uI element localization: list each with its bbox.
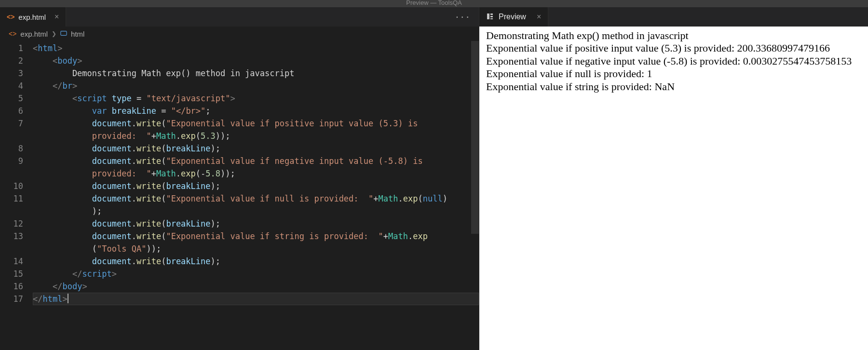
preview-content: Demonstrating Math exp() method in javas… xyxy=(479,27,868,350)
line-number-gutter: 1234567.89.1011.1213.14151617 xyxy=(0,41,33,350)
code-line[interactable]: Demonstrating Math exp() method in javas… xyxy=(33,67,479,80)
code-line[interactable]: </html> xyxy=(33,293,479,305)
main-split: <> exp.html × ··· <> exp.html ❯ html 123… xyxy=(0,7,868,350)
html-element-icon xyxy=(60,30,67,38)
svg-rect-2 xyxy=(490,13,493,15)
preview-line: Exponential value if negative input valu… xyxy=(486,55,861,67)
code-line[interactable]: </script> xyxy=(33,268,479,280)
html-file-icon: <> xyxy=(7,13,14,21)
code-line[interactable]: document.write(breakLine); xyxy=(33,180,479,192)
preview-line: Demonstrating Math exp() method in javas… xyxy=(486,29,861,42)
code-line[interactable]: document.write("Exponential value if neg… xyxy=(33,155,479,167)
preview-tab-label: Preview xyxy=(499,13,526,21)
preview-pane: Preview × Demonstrating Math exp() metho… xyxy=(479,7,868,350)
close-icon[interactable]: × xyxy=(50,13,59,21)
code-line[interactable]: provided: "+Math.exp(-5.8)); xyxy=(33,167,479,180)
breadcrumb[interactable]: <> exp.html ❯ html xyxy=(0,27,479,41)
code-line[interactable]: <html> xyxy=(33,42,479,54)
breadcrumb-file: exp.html xyxy=(20,30,48,38)
tab-exp-html[interactable]: <> exp.html × xyxy=(0,7,66,27)
code-line[interactable]: <body> xyxy=(33,54,479,67)
code-line[interactable]: ("Tools QA")); xyxy=(33,242,479,255)
code-line[interactable]: <script type = "text/javascript"> xyxy=(33,92,479,105)
code-line[interactable]: var breakLine = "</br>"; xyxy=(33,105,479,117)
code-line[interactable]: document.write(breakLine); xyxy=(33,255,479,268)
tab-actions: ··· xyxy=(454,7,479,27)
window-title: Preview — ToolsQA xyxy=(406,0,461,6)
code-line[interactable]: document.write(breakLine); xyxy=(33,142,479,155)
tab-preview[interactable]: Preview × xyxy=(479,7,548,27)
code-line[interactable]: document.write("Exponential value if pos… xyxy=(33,117,479,130)
code-line[interactable]: provided: "+Math.exp(5.3)); xyxy=(33,130,479,142)
preview-icon xyxy=(486,13,494,22)
window-titlebar: Preview — ToolsQA xyxy=(0,0,868,7)
code-line[interactable]: document.write("Exponential value if str… xyxy=(33,230,479,242)
svg-rect-3 xyxy=(490,16,493,17)
close-icon[interactable]: × xyxy=(531,13,541,21)
svg-rect-1 xyxy=(487,13,489,19)
code-line[interactable]: </br> xyxy=(33,80,479,92)
preview-tabs: Preview × xyxy=(479,7,868,27)
preview-line: Exponential value if positive input valu… xyxy=(486,42,861,54)
chevron-right-icon: ❯ xyxy=(52,30,56,37)
tab-label: exp.html xyxy=(18,13,46,21)
code-editor[interactable]: 1234567.89.1011.1213.14151617 <html> <bo… xyxy=(0,41,479,350)
breadcrumb-element: html xyxy=(71,30,84,38)
more-actions-icon[interactable]: ··· xyxy=(454,12,470,22)
code-area[interactable]: <html> <body> Demonstrating Math exp() m… xyxy=(33,41,479,350)
editor-pane: <> exp.html × ··· <> exp.html ❯ html 123… xyxy=(0,7,479,350)
html-file-icon: <> xyxy=(9,30,16,38)
code-line[interactable]: ); xyxy=(33,205,479,217)
preview-line: Exponential value if string is provided:… xyxy=(486,81,861,93)
code-line[interactable]: </body> xyxy=(33,280,479,293)
preview-line: Exponential value if null is provided: 1 xyxy=(486,67,861,80)
vertical-scrollbar[interactable] xyxy=(471,41,479,234)
svg-rect-0 xyxy=(61,31,67,35)
svg-rect-4 xyxy=(490,18,493,19)
code-line[interactable]: document.write(breakLine); xyxy=(33,217,479,230)
code-line[interactable]: document.write("Exponential value if nul… xyxy=(33,192,479,205)
editor-tabs: <> exp.html × ··· xyxy=(0,7,479,27)
